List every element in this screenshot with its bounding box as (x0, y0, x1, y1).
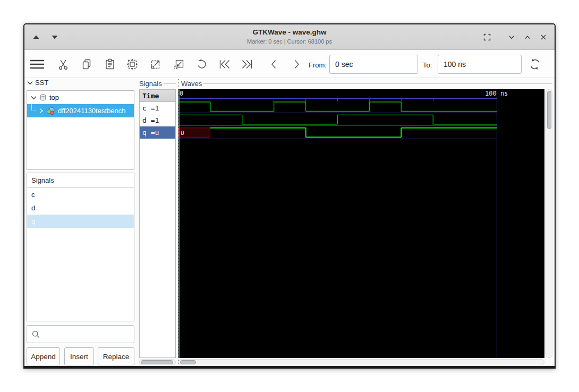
svg-text:U: U (181, 130, 184, 137)
chevron-left-icon (268, 58, 280, 71)
chevron-up-icon (523, 32, 532, 42)
zoom-in-icon (149, 58, 162, 71)
paste-icon (104, 58, 116, 71)
copy-button[interactable] (79, 57, 94, 72)
skip-to-start-button[interactable] (217, 57, 232, 72)
svg-text:0: 0 (180, 90, 183, 97)
reload-icon (528, 57, 542, 71)
signal-search-box[interactable] (27, 325, 134, 343)
chevron-down-icon (507, 32, 516, 42)
titlebar[interactable]: GTKWave - wave.ghw Marker: 0 sec | Curso… (24, 24, 555, 50)
sst-label: SST (35, 79, 48, 87)
signal-value-c[interactable]: c =1 (140, 102, 175, 114)
tree-item-label: dff20241130testbench (58, 107, 125, 115)
signals-hscrollbar-thumb[interactable] (141, 360, 173, 364)
wave-canvas[interactable]: 0100 nsU (178, 89, 544, 358)
signal-value-q[interactable]: q =u (140, 126, 175, 139)
append-button[interactable]: Append (27, 347, 60, 365)
fullscreen-icon (482, 32, 492, 42)
paste-button[interactable] (103, 57, 117, 72)
cut-icon (57, 58, 70, 71)
waves-frame-line (203, 83, 552, 84)
module-icon (46, 107, 55, 115)
window-status-subtitle: Marker: 0 sec | Cursor: 68100 ps (24, 38, 555, 45)
signal-search-item-c[interactable]: c (27, 188, 134, 201)
zoom-in-button[interactable] (148, 57, 163, 72)
signal-values-panel: Time c =1 d =1 q =u (139, 89, 176, 358)
waves-hscrollbar-thumb[interactable] (180, 360, 196, 364)
fullscreen-button[interactable] (481, 31, 493, 43)
to-label: To: (423, 61, 432, 69)
from-label: From: (309, 61, 327, 69)
minimize-button[interactable] (506, 31, 517, 43)
signal-search-item-q[interactable]: q (27, 215, 134, 228)
menu-icon (30, 58, 45, 71)
zoom-out-button[interactable] (172, 57, 186, 72)
sst-tree: top dff20241130testbench (27, 90, 134, 170)
window-title: GTKWave - wave.ghw (24, 28, 555, 36)
undo-icon (195, 58, 208, 71)
signals-frame-label: Signals (139, 80, 162, 88)
close-button[interactable] (538, 31, 549, 43)
expander-down-icon (27, 81, 33, 85)
replace-button[interactable]: Replace (98, 347, 134, 365)
zoom-out-icon (173, 58, 185, 71)
signals-frame-line (164, 83, 176, 84)
maximize-button[interactable] (522, 31, 533, 43)
skip-to-start-icon (218, 58, 232, 71)
skip-to-end-icon (240, 58, 254, 71)
reload-button[interactable] (527, 57, 542, 72)
waves-frame-label: Waves (181, 80, 202, 88)
step-left-button[interactable] (267, 57, 282, 72)
signal-search-item-d[interactable]: d (27, 201, 134, 215)
insert-button[interactable]: Insert (64, 347, 94, 365)
gtkwave-window: GTKWave - wave.ghw Marker: 0 sec | Curso… (23, 23, 556, 369)
waveform-plot: 0100 nsU (178, 89, 544, 358)
menu-button[interactable] (30, 57, 45, 72)
undo-button[interactable] (194, 57, 209, 72)
search-input[interactable] (40, 326, 134, 343)
search-icon (31, 330, 40, 339)
tree-guide (31, 104, 36, 111)
desktop: GTKWave - wave.ghw Marker: 0 sec | Curso… (0, 0, 579, 392)
signal-search-header[interactable]: Signals (27, 173, 134, 188)
zoom-fit-icon (126, 58, 139, 71)
tree-item-testbench[interactable]: dff20241130testbench (27, 104, 134, 117)
cut-button[interactable] (56, 57, 71, 72)
main-content: SST top dff20241130test (24, 78, 555, 366)
close-icon (539, 32, 548, 42)
chevron-right-icon (290, 58, 303, 71)
signal-value-d[interactable]: d =1 (140, 114, 175, 126)
signals-hscrollbar[interactable] (139, 359, 176, 365)
tree-item-label: top (49, 93, 59, 101)
to-input[interactable] (438, 55, 522, 74)
toolbar: From: To: (24, 50, 555, 78)
step-right-button[interactable] (289, 57, 304, 72)
waves-vscrollbar-thumb[interactable] (547, 91, 551, 129)
signal-search-panel: Signals c d q (27, 173, 134, 321)
waves-hscrollbar[interactable] (178, 359, 544, 365)
expander-right-icon (39, 108, 44, 114)
database-icon (39, 93, 47, 101)
skip-to-end-button[interactable] (240, 57, 254, 72)
waves-vscrollbar[interactable] (546, 89, 552, 358)
tree-item-top[interactable]: top (27, 91, 134, 104)
time-header[interactable]: Time (140, 90, 175, 102)
copy-icon (80, 58, 93, 71)
expander-down-icon (31, 96, 37, 100)
sst-expander[interactable]: SST (27, 79, 48, 87)
zoom-fit-button[interactable] (125, 57, 140, 72)
from-input[interactable] (329, 55, 418, 74)
